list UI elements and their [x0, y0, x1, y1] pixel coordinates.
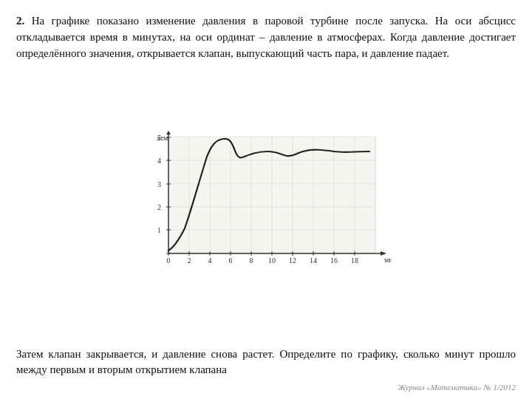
footer: Журнал «Математика» № 1/2012	[16, 383, 516, 392]
main-text-block: 2. На графике показано изменение давлени…	[16, 13, 516, 61]
y-tick-4: 4	[157, 157, 161, 165]
problem-number: 2.	[16, 15, 24, 27]
chart-area: атм мин 1 2 3 4 5 0	[16, 67, 516, 338]
x-axis-label: мин	[384, 256, 392, 264]
x-tick-12: 12	[289, 256, 296, 265]
x-tick-0: 0	[167, 256, 171, 265]
y-tick-3: 3	[157, 180, 161, 188]
x-tick-8: 8	[250, 256, 253, 265]
main-text: На графике показано изменение давления в…	[16, 15, 516, 59]
x-tick-2: 2	[188, 256, 191, 265]
chart-container: атм мин 1 2 3 4 5 0	[140, 131, 392, 275]
chart-svg: атм мин 1 2 3 4 5 0	[140, 131, 392, 275]
y-tick-5: 5	[157, 134, 161, 142]
bottom-text-block: Затем клапан закрывается, и давление сно…	[16, 347, 516, 379]
x-tick-4: 4	[208, 256, 212, 265]
x-tick-14: 14	[310, 256, 317, 265]
x-tick-18: 18	[351, 256, 358, 265]
y-tick-1: 1	[157, 226, 161, 234]
x-tick-10: 10	[268, 256, 276, 265]
bottom-text: Затем клапан закрывается, и давление сно…	[16, 348, 516, 376]
footer-text: Журнал «Математика» № 1/2012	[398, 383, 516, 392]
y-tick-2: 2	[157, 203, 161, 211]
x-tick-6: 6	[229, 256, 233, 265]
x-tick-16: 16	[330, 256, 338, 265]
page: 2. На графике показано изменение давлени…	[0, 0, 532, 399]
